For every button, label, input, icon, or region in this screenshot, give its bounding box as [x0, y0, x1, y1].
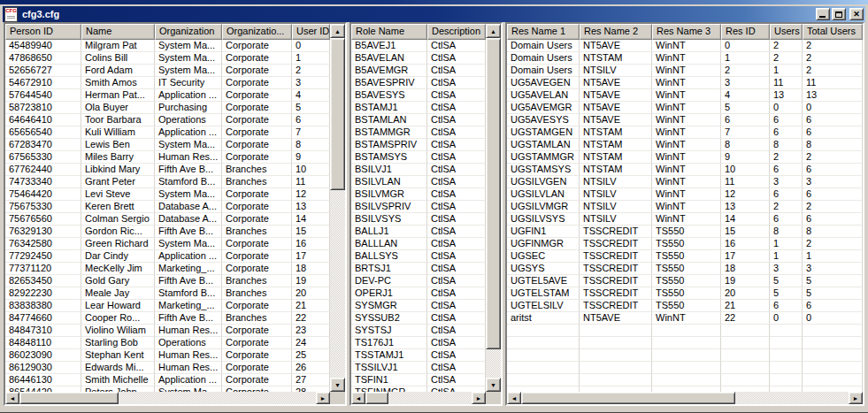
table-row[interactable]: BSTAMSPRIVCtlSA	[351, 139, 486, 151]
scroll-left-button[interactable]: ◄	[5, 392, 19, 404]
table-row[interactable]: SYSMGRCtlSA	[351, 300, 486, 312]
column-header-organization[interactable]: Organization	[155, 24, 222, 40]
table-row[interactable]: 75464420Levi SteveSystem Ma...Corporate1…	[5, 188, 330, 201]
table-row[interactable]: 77292450Dar CindyApplication ...Corporat…	[5, 250, 330, 263]
scrollbar-thumb[interactable]	[19, 392, 119, 404]
table-row[interactable]: 82922230Meale JayStamford B...Branches20	[5, 287, 330, 300]
persons-horizontal-scrollbar[interactable]: ◄ ►	[5, 392, 330, 404]
column-header-description[interactable]: Description	[427, 24, 486, 40]
table-row[interactable]: 86446130Smith MichelleApplication ...Cor…	[5, 374, 330, 386]
scrollbar-thumb[interactable]	[521, 392, 735, 404]
table-row[interactable]: Domain UsersNT5AVEWinNT022	[507, 40, 863, 52]
table-row[interactable]: BSILVMGRCtlSA	[351, 188, 486, 201]
table-row[interactable]: TS176J1CtlSA	[351, 337, 486, 349]
table-row[interactable]: 67762440Libkind MaryFifth Ave B...Branch…	[5, 164, 330, 176]
table-row[interactable]: BSILVSPRIVCtlSA	[351, 201, 486, 213]
table-row[interactable]: B5AVEMGRCtlSA	[351, 65, 486, 77]
column-header-person-id[interactable]: Person ID	[5, 24, 81, 40]
titlebar[interactable]: CFG cfg3.cfg ✕	[3, 6, 865, 22]
table-row[interactable]: 54672910Smith AmosIT SecurityCorporate3	[5, 77, 330, 89]
column-header-role-name[interactable]: Role Name	[351, 24, 427, 40]
table-row[interactable]: 84848110Starling BobOperationsCorporate2…	[5, 337, 330, 349]
table-row[interactable]: 74733340Grant PeterStamford B...Branches…	[5, 176, 330, 188]
table-row[interactable]: UGSTAMLANNTSTAMWinNT888	[507, 139, 863, 151]
column-header-res-name-2[interactable]: Res Name 2	[580, 24, 652, 40]
table-row[interactable]	[507, 349, 863, 362]
table-row[interactable]: UGFIN1TSSCREDITTS5501588	[507, 226, 863, 238]
table-row[interactable]: UGTEL5AVETSSCREDITTS5501955	[507, 275, 863, 287]
table-row[interactable]: 64646410Toor BarbaraOperationsCorporate6	[5, 114, 330, 126]
scroll-up-button[interactable]: ▲	[486, 24, 501, 38]
table-row[interactable]: UGSECTSSCREDITTS5501711	[507, 250, 863, 263]
table-row[interactable]: 45489940Milgram PatSystem Ma...Corporate…	[5, 40, 330, 52]
table-row[interactable]: BSILVSYSCtlSA	[351, 213, 486, 226]
table-row[interactable]: BSTAMJ1CtlSA	[351, 102, 486, 114]
table-row[interactable]: UG5AVEMGRNT5AVEWinNT500	[507, 102, 863, 114]
table-row[interactable]: 84847310Violino WiliamHuman Res...Corpor…	[5, 325, 330, 337]
scroll-right-button[interactable]: ►	[472, 392, 486, 404]
scroll-right-button[interactable]: ►	[849, 392, 863, 404]
table-row[interactable]: aritstNT5AVEWinNT2200	[507, 312, 863, 325]
table-row[interactable]: B5AVESPRIVCtlSA	[351, 77, 486, 89]
column-header-name[interactable]: Name	[81, 24, 155, 40]
maximize-button[interactable]	[832, 8, 846, 20]
table-row[interactable]	[507, 362, 863, 374]
table-row[interactable]: 67565330Miles BarryHuman Res...Corporate…	[5, 151, 330, 164]
table-row[interactable]: UGSTAMGENNTSTAMWinNT766	[507, 126, 863, 139]
table-row[interactable]: TSSILVJ1CtlSA	[351, 362, 486, 374]
table-row[interactable]: Domain UsersNTSILVWinNT212	[507, 65, 863, 77]
table-row[interactable]: 67283470Lewis BenSystem Ma...Corporate8	[5, 139, 330, 151]
table-row[interactable]: SYSTSJCtlSA	[351, 325, 486, 337]
table-row[interactable]	[507, 337, 863, 349]
table-row[interactable]: B5AVESYSCtlSA	[351, 89, 486, 102]
scroll-right-button[interactable]: ►	[316, 392, 330, 404]
table-row[interactable]: UG5AVEGENNT5AVEWinNT31111	[507, 77, 863, 89]
table-row[interactable]: UGTELSTAMTSSCREDITTS5502055	[507, 287, 863, 300]
table-row[interactable]: UGSILVSYSNTSILVWinNT1466	[507, 213, 863, 226]
scroll-up-button[interactable]: ▲	[330, 24, 345, 38]
table-row[interactable]: BSTAMSYSCtlSA	[351, 151, 486, 164]
table-row[interactable]: 77371120MecKelly JimMarketing_...Corpora…	[5, 263, 330, 275]
scroll-down-button[interactable]: ▼	[330, 378, 345, 392]
table-row[interactable]: BSTAMMGRCtlSA	[351, 126, 486, 139]
table-row[interactable]: 52656727Ford AdamSystem Ma...Corporate2	[5, 65, 330, 77]
table-row[interactable]: 75676560Colman SergioDatabase A...Corpor…	[5, 213, 330, 226]
table-row[interactable]: 76329130Gordon Ric...Fifth Ave B...Branc…	[5, 226, 330, 238]
table-row[interactable]: UGSTAMSYSNTSTAMWinNT1066	[507, 164, 863, 176]
table-row[interactable]: TSFIN1CtlSA	[351, 374, 486, 386]
column-header-user-id[interactable]: User ID	[292, 24, 330, 40]
column-header-total-users[interactable]: Total Users	[803, 24, 863, 40]
table-row[interactable]: UGSILVGENNTSILVWinNT1133	[507, 176, 863, 188]
table-row[interactable]: UGTELSILVTSSCREDITTS5502166	[507, 300, 863, 312]
close-button[interactable]: ✕	[849, 8, 864, 20]
table-row[interactable]: BALLLANCtlSA	[351, 238, 486, 250]
column-header-res-id[interactable]: Res ID	[721, 24, 770, 40]
persons-vertical-scrollbar[interactable]: ▲ ▼	[330, 24, 345, 392]
minimize-button[interactable]	[816, 8, 830, 20]
scroll-down-button[interactable]: ▼	[486, 378, 501, 392]
table-row[interactable]: BSILVJ1CtlSA	[351, 164, 486, 176]
table-row[interactable]: UGSTAMMGRNTSTAMWinNT922	[507, 151, 863, 164]
table-row[interactable]	[507, 325, 863, 337]
table-row[interactable]: DEV-PCCtlSA	[351, 275, 486, 287]
column-header-res-name-1[interactable]: Res Name 1	[507, 24, 580, 40]
resources-horizontal-scrollbar[interactable]: ◄ ►	[507, 392, 863, 404]
table-row[interactable]: UG5AVELANNT5AVEWinNT41313	[507, 89, 863, 102]
table-row[interactable]: 82653450Gold GaryFifth Ave B...Branches1…	[5, 275, 330, 287]
column-header-res-name-3[interactable]: Res Name 3	[652, 24, 721, 40]
table-row[interactable]: 57644540Herman Pat...Application ...Corp…	[5, 89, 330, 102]
scroll-left-button[interactable]: ◄	[507, 392, 521, 404]
table-row[interactable]: SYSSUB2CtlSA	[351, 312, 486, 325]
table-row[interactable]: 83838380Lear HowardMarketing_...Corporat…	[5, 300, 330, 312]
scrollbar-thumb[interactable]	[365, 392, 388, 404]
table-row[interactable]: 58723810Ola BuyerPurchasingCorporate5	[5, 102, 330, 114]
table-row[interactable]: 76342580Green RichardSystem Ma...Corpora…	[5, 238, 330, 250]
table-row[interactable]: UGFINMGRTSSCREDITTS5501612	[507, 238, 863, 250]
table-row[interactable]: Domain UsersNTSTAMWinNT122	[507, 52, 863, 65]
table-row[interactable]: UGSILVLANNTSILVWinNT1266	[507, 188, 863, 201]
table-row[interactable]: UG5AVESYSNT5AVEWinNT666	[507, 114, 863, 126]
table-row[interactable]: 86129030Edwards Mi...Human Res...Corpora…	[5, 362, 330, 374]
scroll-left-button[interactable]: ◄	[351, 392, 365, 404]
roles-vertical-scrollbar[interactable]: ▲ ▼	[486, 24, 501, 392]
table-row[interactable]: OPERJ1CtlSA	[351, 287, 486, 300]
